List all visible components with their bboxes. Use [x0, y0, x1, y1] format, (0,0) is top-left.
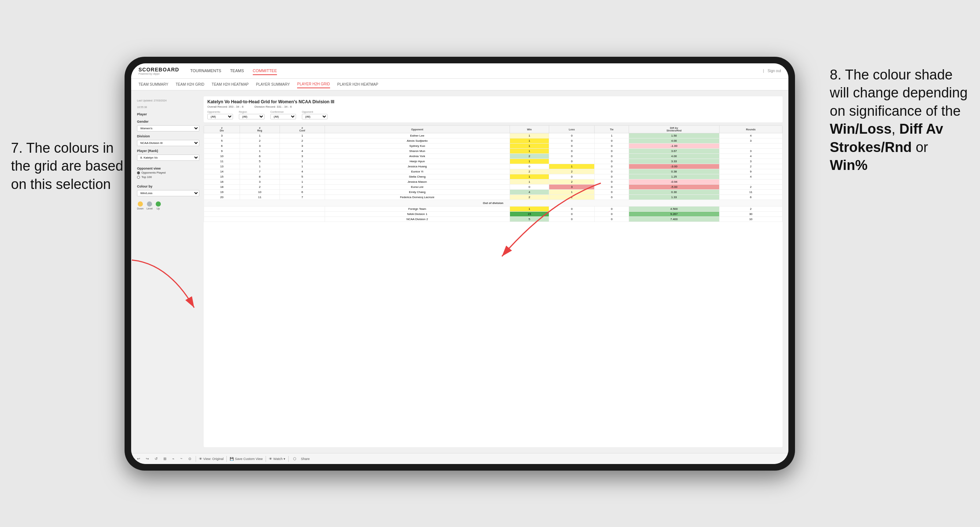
td-rounds: 9 [719, 169, 782, 174]
out-of-division-label: Out of division [204, 200, 783, 206]
filter-region-select[interactable]: (All) [239, 114, 264, 119]
opponent-view-section: Opponent view Opponents Played Top 100 [137, 167, 199, 179]
player-rank-label: Player (Rank) [137, 149, 199, 153]
filter-opponents-select[interactable]: (All) [207, 114, 233, 119]
annotation-right: 8. The colour shade will change dependin… [830, 66, 969, 174]
filter-opponent-select[interactable]: (All) [302, 114, 328, 119]
toolbar-misc1[interactable]: ⌁ [171, 456, 176, 462]
td-div-ood [204, 212, 325, 217]
nav-committee[interactable]: COMMITTEE [253, 67, 277, 75]
td-rounds: 6 [719, 195, 782, 200]
td-reg: 7 [240, 169, 280, 174]
legend-row: Down Level Up [137, 202, 199, 210]
td-opponent: Eunice Yi [325, 169, 510, 174]
td-rounds: 4 [719, 133, 782, 138]
td-win: 1 [510, 179, 549, 184]
table-row: 11 5 1 Heejo Hyun 1 0 0 3.33 3 [204, 159, 783, 164]
td-win: 0 [510, 164, 549, 169]
filter-conference-select[interactable]: (All) [270, 114, 296, 119]
td-div-ood [204, 217, 325, 222]
td-tie: 0 [595, 195, 628, 200]
toolbar-watch[interactable]: 👁 Watch ▾ [269, 457, 285, 461]
filter-opponents-label: Opponents: [207, 111, 233, 113]
toolbar-refresh[interactable]: ↺ [153, 456, 159, 462]
sub-nav: TEAM SUMMARY TEAM H2H GRID TEAM H2H HEAT… [131, 79, 788, 90]
filter-opponent-group: Opponent (All) [302, 111, 328, 119]
table-row: 20 11 7 Federica Domecq Lacroze 2 1 0 1.… [204, 195, 783, 200]
division-select[interactable]: NCAA Division III [137, 140, 199, 146]
td-diff: 1.33 [628, 195, 719, 200]
td-conf: 6 [280, 190, 325, 195]
division-label: Division [137, 134, 199, 138]
td-reg: 1 [240, 164, 280, 169]
td-diff: 3.33 [628, 159, 719, 164]
td-loss-ood: 0 [549, 217, 595, 222]
td-opponent: Stella Cheng [325, 174, 510, 179]
sign-out-link[interactable]: Sign out [767, 69, 781, 73]
td-win-ood: 5 [510, 217, 549, 222]
opponent-view-label: Opponent view [137, 167, 199, 170]
annotation-bold1: Win/Loss [830, 121, 892, 137]
toolbar-view-original[interactable]: 👁 View: Original [199, 457, 223, 461]
td-diff: 0.30 [628, 190, 719, 195]
filter-row: Opponents: (All) Region (All) [207, 111, 779, 119]
table-header-row: #Div #Reg #Conf Opponent Win Loss Tie Di… [204, 125, 783, 133]
toolbar-share-label[interactable]: Share [301, 457, 310, 461]
overall-record: Overall Record: 353 - 34 - 6 [207, 105, 243, 108]
td-loss-ood: 0 [549, 206, 595, 212]
td-win: 1 [510, 133, 549, 138]
out-of-division-row: Foreign Team 1 0 0 4.500 2 [204, 206, 783, 212]
sub-nav-player-h2h-heatmap[interactable]: PLAYER H2H HEATMAP [337, 81, 379, 88]
radio-top100[interactable]: Top 100 [137, 175, 199, 179]
nav-tournaments[interactable]: TOURNAMENTS [190, 67, 221, 75]
td-win: 2 [510, 154, 549, 159]
table-row: 3 1 1 Esther Lee 1 0 1 1.50 4 [204, 133, 783, 138]
division-record: Division Record: 331 - 34 - 6 [255, 105, 292, 108]
th-reg: #Reg [240, 125, 280, 133]
filter-region-group: Region (All) [239, 111, 264, 119]
radio-opponents-played[interactable]: Opponents Played [137, 171, 199, 174]
toolbar-divider4 [288, 456, 289, 462]
toolbar-redo1[interactable]: ↪ [144, 456, 150, 462]
td-tie: 0 [595, 154, 628, 159]
toolbar-save-custom[interactable]: 💾 Save Custom View [230, 457, 262, 461]
td-tie: 0 [595, 149, 628, 154]
sub-nav-team-h2h-heatmap[interactable]: TEAM H2H HEATMAP [212, 81, 249, 88]
logo-area: SCOREBOARD Powered by clippd [138, 67, 179, 75]
colour-by-select[interactable]: Win/Loss [137, 190, 199, 196]
out-of-division-row: NAIA Division 1 15 0 0 9.267 30 [204, 212, 783, 217]
grid-title: Katelyn Vo Head-to-Head Grid for Women's… [207, 99, 779, 105]
td-opponent: Euna Lee [325, 184, 510, 190]
td-opponent: Sydney Kuo [325, 144, 510, 149]
td-tie: 0 [595, 184, 628, 190]
td-win: 2 [510, 195, 549, 200]
table-row: 9 1 4 Sharon Mun 1 0 0 3.67 3 [204, 149, 783, 154]
td-opponent: Heejo Hyun [325, 159, 510, 164]
data-table-container: #Div #Reg #Conf Opponent Win Loss Tie Di… [204, 125, 783, 447]
td-opponent: Jessica Mason [325, 179, 510, 184]
td-opponent-ood: NCAA Division 2 [325, 217, 510, 222]
watch-chevron: ▾ [283, 457, 285, 461]
data-table: #Div #Reg #Conf Opponent Win Loss Tie Di… [204, 125, 783, 222]
td-div: 6 [204, 144, 240, 149]
toolbar-grid[interactable]: ⊞ [162, 456, 168, 462]
player-rank-select[interactable]: 8. Katelyn Vo [137, 154, 199, 161]
td-conf: 4 [280, 149, 325, 154]
toolbar-misc2[interactable]: ~ [179, 456, 184, 462]
toolbar-share[interactable]: ⬡ [292, 456, 298, 462]
toolbar-circle[interactable]: ⊙ [187, 456, 193, 462]
td-rounds [719, 144, 782, 149]
sub-nav-player-summary[interactable]: PLAYER SUMMARY [256, 81, 290, 88]
sub-nav-team-summary[interactable]: TEAM SUMMARY [138, 81, 169, 88]
td-tie: 0 [595, 190, 628, 195]
gender-select[interactable]: Women's [137, 125, 199, 132]
td-loss: 1 [549, 195, 595, 200]
toolbar-undo[interactable]: ↩ [135, 456, 142, 462]
td-conf: 2 [280, 138, 325, 144]
sub-nav-player-h2h-grid[interactable]: PLAYER H2H GRID [297, 81, 330, 88]
td-conf: 5 [280, 174, 325, 179]
td-loss: 2 [549, 179, 595, 184]
nav-teams[interactable]: TEAMS [230, 67, 244, 75]
td-conf: 3 [280, 154, 325, 159]
sub-nav-team-h2h-grid[interactable]: TEAM H2H GRID [176, 81, 204, 88]
